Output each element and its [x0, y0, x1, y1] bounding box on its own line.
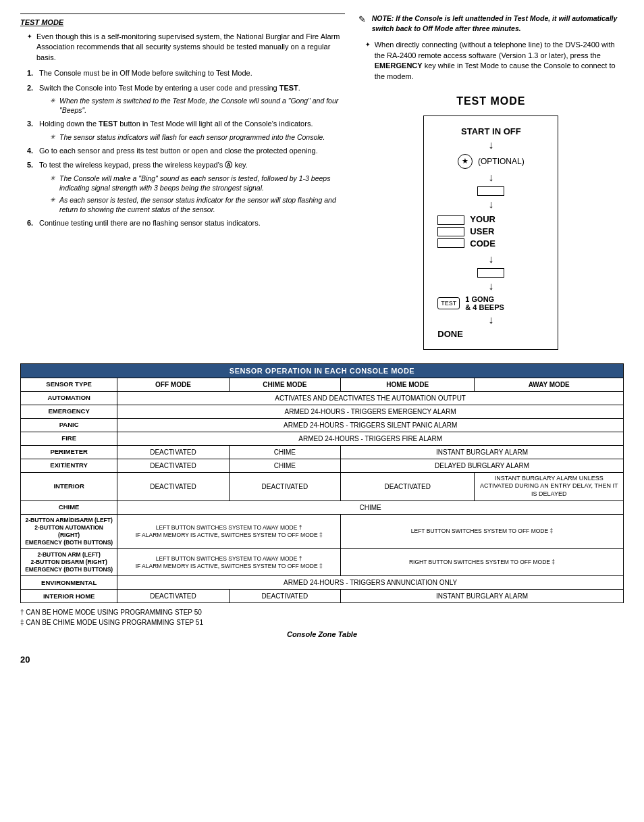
sensor-2btn-arm2: 2-BUTTON ARM (LEFT)2-BUTTON DISARM (RIGH… — [21, 549, 117, 576]
interior-away: INSTANT BURGLARY ALARM UNLESS ACTIVATED … — [475, 472, 624, 500]
right-bullet-1: When directly connecting (without a tele… — [365, 40, 624, 82]
gong-label: 1 GONG& 4 BEEPS — [465, 295, 504, 311]
automation-span: ACTIVATES AND DEACTIVATES THE AUTOMATION… — [117, 391, 624, 405]
page-content: TEST MODE Even though this is a self-mon… — [20, 14, 624, 665]
sensor-automation: AUTOMATION — [21, 391, 117, 405]
steps-list: 1. The Console must be in Off Mode befor… — [20, 68, 345, 229]
panic-span: ARMED 24-HOURS - TRIGGERS SILENT PANIC A… — [117, 418, 624, 432]
diagram-start: START IN OFF — [437, 126, 544, 136]
right-bullets: When directly connecting (without a tele… — [358, 40, 624, 82]
interior-off: DEACTIVATED — [117, 472, 229, 500]
diagram-input-1 — [437, 186, 544, 196]
footnote-1: † CAN BE HOME MODE USING PROGRAMMING STE… — [20, 607, 624, 617]
diagram-arrow-4: ↓ — [437, 253, 544, 265]
exit-off: DEACTIVATED — [117, 459, 229, 472]
sensor-environmental: ENVIRONMENTAL — [21, 576, 117, 590]
sensor-panic: PANIC — [21, 418, 117, 432]
diagram-title: TEST MODE — [423, 95, 558, 107]
step-1: 1. The Console must be in Off Mode befor… — [27, 68, 345, 78]
step-3: 3. Holding down the TEST button in Test … — [27, 119, 345, 142]
interior-home: DEACTIVATED — [341, 472, 475, 500]
table-row-automation: AUTOMATION ACTIVATES AND DEACTIVATES THE… — [21, 391, 624, 405]
user-code-label: YOURUSERCODE — [470, 213, 495, 251]
diagram-star-row: ★ (OPTIONAL) — [437, 154, 544, 169]
console-table: SENSOR OPERATION IN EACH CONSOLE MODE SE… — [20, 363, 624, 604]
table-row-panic: PANIC ARMED 24-HOURS - TRIGGERS SILENT P… — [21, 418, 624, 432]
interior-home-off: DEACTIVATED — [117, 590, 229, 603]
intro-bullet-1: Even though this is a self-monitoring su… — [27, 32, 345, 63]
note-box: NOTE: If the Console is left unattended … — [358, 14, 624, 33]
user-code-block: YOURUSERCODE — [437, 213, 544, 251]
perimeter-chime: CHIME — [229, 445, 340, 459]
step-6: 6. Continue testing until there are no f… — [27, 218, 345, 228]
diagram-done: DONE — [437, 329, 544, 339]
star-key: ★ — [458, 154, 473, 169]
footnote-2: ‡ CAN BE CHIME MODE USING PROGRAMMING ST… — [20, 617, 624, 627]
emergency-span: ARMED 24-HOURS - TRIGGERS EMERGENCY ALAR… — [117, 405, 624, 418]
test-mode-diagram: TEST MODE START IN OFF ↓ ★ (OPTIONAL) ↓ — [358, 95, 624, 350]
diagram-input-2 — [437, 268, 544, 278]
step-5-sub-2: As each sensor is tested, the sensor sta… — [50, 195, 345, 214]
col-header-off: OFF MODE — [117, 378, 229, 391]
diagram-arrow-3: ↓ — [437, 199, 544, 211]
table-row-environmental: ENVIRONMENTAL ARMED 24-HOURS - TRIGGERS … — [21, 576, 624, 590]
2btn-arm2-home-away: RIGHT BUTTON SWITCHES SYSTEM TO OFF MODE… — [341, 549, 624, 576]
left-column: TEST MODE Even though this is a self-mon… — [20, 14, 345, 350]
environmental-span: ARMED 24-HOURS - TRIGGERS ANNUNCIATION O… — [117, 576, 624, 590]
interior-home-chime: DEACTIVATED — [229, 590, 340, 603]
sensor-2btn-arm: 2-BUTTON ARM/DISARM (LEFT)2-BUTTON AUTOM… — [21, 514, 117, 548]
table-main-header: SENSOR OPERATION IN EACH CONSOLE MODE — [21, 363, 624, 378]
test-key: TEST — [437, 297, 460, 309]
test-key-row: TEST 1 GONG& 4 BEEPS — [437, 295, 544, 311]
table-row-interior: INTERIOR DEACTIVATED DEACTIVATED DEACTIV… — [21, 472, 624, 500]
diagram-box: TEST MODE START IN OFF ↓ ★ (OPTIONAL) ↓ — [423, 95, 558, 350]
step-4: 4. Go to each sensor and press its test … — [27, 146, 345, 156]
table-row-2btn-arm2: 2-BUTTON ARM (LEFT)2-BUTTON DISARM (RIGH… — [21, 549, 624, 576]
exit-chime: CHIME — [229, 459, 340, 472]
page-number: 20 — [20, 654, 624, 665]
optional-label: (OPTIONAL) — [478, 157, 525, 166]
perimeter-home-away: INSTANT BURGLARY ALARM — [341, 445, 624, 459]
diagram-arrow-6: ↓ — [437, 314, 544, 326]
diagram-arrow-1: ↓ — [437, 139, 544, 151]
2btn-arm-home-away: LEFT BUTTON SWITCHES SYSTEM TO OFF MODE … — [341, 514, 624, 548]
chime-span: CHIME — [117, 500, 624, 514]
table-row-2btn-arm: 2-BUTTON ARM/DISARM (LEFT)2-BUTTON AUTOM… — [21, 514, 624, 548]
table-row-fire: FIRE ARMED 24-HOURS - TRIGGERS FIRE ALAR… — [21, 432, 624, 445]
table-row-interior-home: INTERIOR HOME DEACTIVATED DEACTIVATED IN… — [21, 590, 624, 603]
footer-title: Console Zone Table — [20, 630, 624, 638]
table-section: SENSOR OPERATION IN EACH CONSOLE MODE SE… — [20, 363, 624, 639]
col-header-chime: CHIME MODE — [229, 378, 340, 391]
step-5-sub-1: The Console will make a "Bing" sound as … — [50, 174, 345, 192]
step-5: 5. To test the wireless keypad, press th… — [27, 160, 345, 214]
diagram-arrow-5: ↓ — [437, 280, 544, 292]
interior-chime: DEACTIVATED — [229, 472, 340, 500]
table-row-chime: CHIME CHIME — [21, 500, 624, 514]
col-header-away: AWAY MODE — [475, 378, 624, 391]
step-2: 2. Switch the Console into Test Mode by … — [27, 83, 345, 115]
exit-home-away: DELAYED BURGLARY ALARM — [341, 459, 624, 472]
sensor-fire: FIRE — [21, 432, 117, 445]
right-column: NOTE: If the Console is left unattended … — [358, 14, 624, 350]
fire-span: ARMED 24-HOURS - TRIGGERS FIRE ALARM — [117, 432, 624, 445]
2btn-arm2-off-chime: LEFT BUTTON SWITCHES SYSTEM TO AWAY MODE… — [117, 549, 341, 576]
section-title: TEST MODE — [20, 18, 345, 26]
footnotes: † CAN BE HOME MODE USING PROGRAMMING STE… — [20, 607, 624, 627]
col-header-home: HOME MODE — [341, 378, 475, 391]
step-3-sub: The sensor status indicators will flash … — [50, 132, 345, 142]
intro-bullets: Even though this is a self-monitoring su… — [20, 32, 345, 63]
perimeter-off: DEACTIVATED — [117, 445, 229, 459]
sensor-chime: CHIME — [21, 500, 117, 514]
table-row-perimeter: PERIMETER DEACTIVATED CHIME INSTANT BURG… — [21, 445, 624, 459]
table-row-emergency: EMERGENCY ARMED 24-HOURS - TRIGGERS EMER… — [21, 405, 624, 418]
sensor-perimeter: PERIMETER — [21, 445, 117, 459]
table-row-exit-entry: EXIT/ENTRY DEACTIVATED CHIME DELAYED BUR… — [21, 459, 624, 472]
sensor-exit-entry: EXIT/ENTRY — [21, 459, 117, 472]
diagram-arrow-2: ↓ — [437, 172, 544, 184]
interior-home-span: INSTANT BURGLARY ALARM — [341, 590, 624, 603]
sensor-interior: INTERIOR — [21, 472, 117, 500]
step-2-sub: When the system is switched to the Test … — [50, 96, 345, 115]
2btn-arm-off-chime: LEFT BUTTON SWITCHES SYSTEM TO AWAY MODE… — [117, 514, 341, 548]
sensor-interior-home: INTERIOR HOME — [21, 590, 117, 603]
sensor-emergency: EMERGENCY — [21, 405, 117, 418]
